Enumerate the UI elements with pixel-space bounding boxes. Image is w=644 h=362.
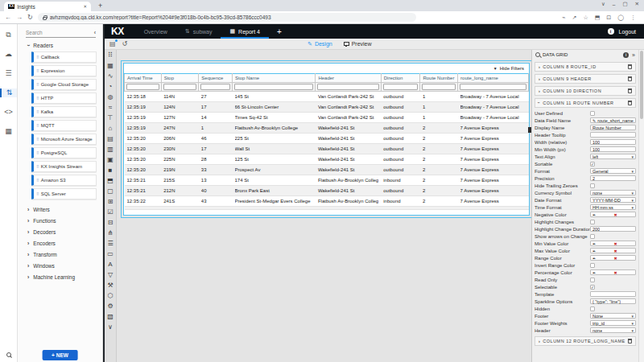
select-currency-symbol[interactable]: none▾ — [590, 190, 636, 196]
input-template[interactable] — [590, 291, 636, 298]
profile-icon[interactable]: ◯ — [617, 14, 624, 21]
logout-button[interactable]: Logout — [619, 29, 636, 35]
column-header-stop[interactable]: Stop — [161, 74, 199, 83]
sparkline-icon[interactable]: ≈ — [109, 105, 112, 111]
queries-icon[interactable]: ☰ — [0, 69, 17, 78]
clear-color-icon[interactable]: ✖ — [597, 212, 634, 217]
sidebar-item-kafka[interactable]: ⠿Kafka — [31, 106, 97, 117]
panel-empty-icon[interactable]: ▢ — [107, 188, 114, 195]
table-row[interactable]: 12:35:21215S13174 StFlatbush Av-Brooklyn… — [125, 175, 529, 186]
color-range-color[interactable]: ✒✖ — [590, 255, 636, 261]
column-header-route-number[interactable]: Route Number — [420, 74, 458, 83]
pages-icon[interactable]: ⧉ — [0, 31, 17, 39]
select-footer-weights[interactable]: trip_id▾ — [590, 320, 636, 327]
sidebar-item-expression[interactable]: ⠿Expression — [31, 65, 97, 76]
check-circle-icon[interactable]: ☑ — [107, 209, 113, 216]
data-grid-icon[interactable]: ▦ — [107, 63, 114, 69]
filter-input-route-long-name[interactable] — [460, 84, 526, 90]
home-icon[interactable]: ⌂ — [109, 125, 113, 132]
table-row[interactable]: 12:35:21212N40Bronx Park EastWakefield-2… — [125, 186, 529, 196]
table-row[interactable]: 12:35:20206N46225 StWakefield-241 Stoutb… — [125, 134, 529, 144]
forward-icon[interactable]: → — [16, 14, 23, 21]
sidebar-item-sql-server[interactable]: ⠿SQL Server — [31, 188, 97, 200]
code-icon[interactable]: <> — [0, 108, 17, 117]
sidebar-group-writers[interactable]: ›Writers — [18, 202, 102, 213]
layout-rows-icon[interactable]: ▤ — [107, 136, 114, 142]
drag-handle-icon[interactable]: ⠿ — [108, 52, 113, 59]
filter-input-stop-name[interactable] — [234, 84, 313, 90]
table-row[interactable]: 12:35:19127N14Times Sq-42 StVan Cortland… — [125, 113, 529, 123]
sidebar-group-windows[interactable]: ›Windows — [18, 258, 102, 269]
map-icon[interactable]: ▧ — [107, 314, 114, 320]
color-percentage-color[interactable]: ✒✖ — [590, 269, 636, 276]
sidebar-item-callback[interactable]: ⠿Callback — [31, 51, 97, 63]
column-header-header[interactable]: Header — [316, 74, 381, 83]
analytics-icon[interactable]: ▦ — [0, 127, 17, 136]
hierarchy-icon[interactable]: ⋔ — [108, 230, 114, 237]
sidebar-group-readers[interactable]: › Readers — [18, 38, 102, 49]
tab-close-icon[interactable]: ✕ — [83, 4, 87, 9]
tab-subway[interactable]: ⇅subway — [176, 24, 221, 39]
inspector-section-column-10-direction[interactable]: ›COLUMN 10 DIRECTION — [535, 86, 636, 96]
settings-gear-icon[interactable]: ⚙ — [107, 303, 113, 310]
input-display-name[interactable]: Route Number — [590, 125, 636, 131]
add-report-tab-button[interactable]: + — [269, 24, 290, 39]
input-min-width-px[interactable]: 100 — [590, 146, 636, 153]
donut-chart-icon[interactable]: ◍ — [108, 94, 114, 101]
extensions-icon[interactable]: ⬒ — [595, 14, 601, 21]
new-tab-button[interactable]: + — [98, 2, 102, 10]
sidebar-group-functions[interactable]: ›Functions — [18, 213, 102, 224]
inspector-section-column-11-route-number[interactable]: ›COLUMN 11 ROUTE NUMBER — [535, 98, 636, 108]
checkbox-selectable[interactable]: ✓ — [590, 285, 595, 290]
close-button[interactable]: ✕ — [635, 1, 639, 7]
scrollbar-thumb[interactable] — [640, 51, 643, 119]
table-row[interactable]: 12:35:22241S43President St-Medgar Evers … — [125, 196, 529, 207]
layout-grid-icon[interactable]: ▣ — [107, 157, 114, 163]
text-icon[interactable]: A — [108, 261, 112, 268]
table-row[interactable]: 12:35:20225N28125 StWakefield-241 Stoutb… — [125, 154, 529, 165]
bookmark-star-icon[interactable]: ☆ — [583, 14, 588, 21]
password-key-icon[interactable]: ⌁ — [562, 14, 565, 21]
column-header-arrival-time[interactable]: Arrival Time — [125, 74, 162, 83]
clear-color-icon[interactable]: ✖ — [597, 270, 634, 275]
table-row[interactable]: 12:35:18114N27145 StVan Cortlandt Park-2… — [125, 92, 529, 102]
breakdown-icon[interactable]: ⊤ — [108, 115, 114, 121]
hide-filters-link[interactable]: Hide Filters — [500, 66, 524, 71]
share-icon[interactable]: ↗ — [572, 14, 577, 21]
table-row-partial[interactable]: 12:35:22107S34New Lots AvFlatbush Av-Bro… — [125, 207, 529, 210]
clear-color-icon[interactable]: ✖ — [597, 256, 634, 261]
trash-icon[interactable] — [628, 339, 632, 343]
select-format[interactable]: General▾ — [590, 168, 636, 175]
tab-search-chevron-icon[interactable]: ∨ — [601, 1, 605, 7]
minimize-button[interactable]: – — [613, 2, 616, 7]
tools-icon[interactable]: ⚒ — [107, 282, 113, 289]
line-chart-icon[interactable]: ∿ — [108, 73, 114, 80]
tabs-panel-icon[interactable]: ⊞ — [108, 199, 114, 205]
filter-input-sequence[interactable] — [200, 84, 230, 90]
select-date-format[interactable]: YYYY-MM-DD▾ — [590, 197, 636, 204]
preview-mode-button[interactable]: Preview — [344, 41, 372, 47]
back-icon[interactable]: ← — [5, 14, 11, 21]
input-precision[interactable]: 2 — [590, 175, 636, 182]
sidebar-item-http[interactable]: ⠿HTTP — [31, 93, 97, 104]
trash-icon[interactable] — [628, 76, 632, 81]
collapse-panel-icon[interactable]: » — [632, 52, 635, 58]
pie-chart-icon[interactable]: ◔ — [109, 84, 113, 90]
calendar-icon[interactable]: ⊟ — [108, 220, 114, 226]
list-view-icon[interactable]: ☰ — [107, 241, 113, 247]
inspector-section-column-8-route-id[interactable]: ›COLUMN 8 ROUTE_ID — [535, 62, 636, 72]
column-header-route-long-name[interactable]: route_long_name — [458, 74, 529, 83]
inspector-section-column-12-route-long-name[interactable]: ›COLUMN 12 ROUTE_LONG_NAME — [535, 336, 636, 346]
input-sparkline-options[interactable]: { "type": "line"} — [590, 298, 636, 305]
select-time-format[interactable]: HH:mm:ss▾ — [590, 204, 636, 211]
table-row[interactable]: 12:35:19124N1766 St-Lincoln CenterVan Co… — [125, 102, 529, 113]
info-icon[interactable]: i — [623, 52, 629, 58]
checkbox-highlight-changes[interactable] — [590, 220, 595, 224]
more-chevron-icon[interactable]: ∨ — [108, 324, 113, 331]
sidebar-group-machine-learning[interactable]: ›Machine Learning — [18, 269, 102, 281]
reload-icon[interactable]: ↻ — [27, 14, 33, 21]
zoom-icon[interactable] — [0, 352, 17, 357]
sidebar-group-decoders[interactable]: ›Decoders — [18, 224, 102, 236]
new-button[interactable]: + NEW — [42, 350, 78, 360]
pipelines-icon[interactable]: ⇅ — [0, 88, 17, 97]
